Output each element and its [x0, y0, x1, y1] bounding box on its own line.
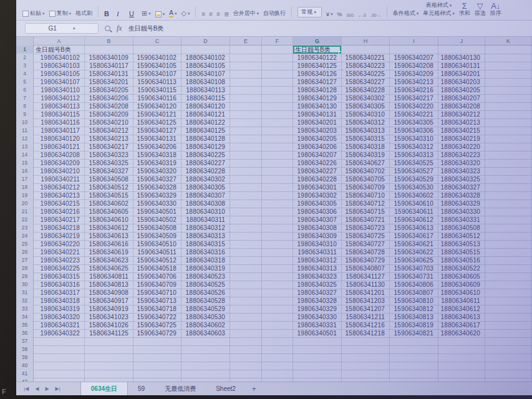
cell[interactable]: 19806340212	[34, 183, 85, 192]
cell[interactable]: 18806340120	[181, 102, 230, 111]
cell-name-box[interactable]: G1▾	[25, 23, 99, 34]
cell[interactable]: 18806340529	[181, 305, 230, 314]
cell[interactable]: 15806340315	[342, 135, 390, 143]
cell[interactable]	[230, 345, 262, 354]
cell[interactable]: 15806340619	[85, 248, 133, 257]
cell[interactable]: 15906340709	[133, 281, 181, 289]
cell[interactable]: 18806340316	[181, 248, 230, 257]
formula-input[interactable]: 生日靓号B类	[128, 24, 164, 33]
cell[interactable]: 18806340526	[181, 289, 230, 297]
sort-button[interactable]: A↓排序	[490, 2, 501, 17]
cell[interactable]: 15906340729	[133, 329, 181, 338]
cell[interactable]: 18806340512	[438, 232, 485, 241]
cell[interactable]: 15906340305	[390, 118, 438, 127]
cell[interactable]	[262, 183, 293, 192]
cell[interactable]	[34, 345, 85, 354]
cell[interactable]: 18806340203	[438, 78, 485, 87]
row-number-cell[interactable]: 13	[16, 143, 34, 151]
cell[interactable]: 19806340120	[34, 135, 85, 143]
cell[interactable]	[438, 353, 485, 362]
cell[interactable]	[230, 175, 262, 184]
cell[interactable]	[230, 127, 262, 135]
row-number-cell[interactable]: 11	[16, 127, 34, 135]
cell[interactable]	[485, 151, 532, 160]
cell[interactable]	[485, 175, 532, 184]
cell[interactable]: 18806340609	[438, 281, 485, 289]
cell[interactable]	[230, 281, 262, 289]
row-number-cell[interactable]: 39	[16, 353, 34, 362]
cell[interactable]: 15906340318	[133, 151, 181, 160]
cell[interactable]	[262, 62, 293, 70]
cell[interactable]	[485, 70, 532, 79]
cell[interactable]	[262, 289, 293, 297]
cell[interactable]	[438, 378, 485, 382]
cell[interactable]: 15906340213	[390, 78, 438, 87]
cell[interactable]: 15806340131	[85, 70, 133, 79]
cell[interactable]: 15806340705	[342, 175, 390, 184]
cell[interactable]: 15906340216	[390, 86, 438, 95]
cell[interactable]: 18806340613	[438, 313, 485, 322]
cell[interactable]	[293, 353, 342, 362]
cell[interactable]: 18806340617	[438, 321, 485, 330]
cell[interactable]: 15806340325	[85, 159, 133, 168]
cell[interactable]: 15806340725	[342, 232, 390, 241]
cell[interactable]: 19806340218	[34, 224, 85, 233]
paste-button[interactable]: 粘贴▾	[22, 9, 45, 17]
cell[interactable]: 18806340330	[438, 208, 485, 216]
cell[interactable]: 15806340310	[342, 110, 390, 119]
cell[interactable]	[230, 46, 262, 54]
cell[interactable]: 15906340613	[390, 224, 438, 233]
cell[interactable]: 15906340812	[390, 305, 438, 314]
cell[interactable]	[485, 102, 532, 111]
cell[interactable]: 18806340522	[438, 264, 485, 273]
add-sheet-button[interactable]: +	[247, 385, 261, 393]
cell[interactable]: 19806340130	[293, 102, 342, 111]
cell[interactable]: 18806340201	[438, 70, 485, 79]
cell[interactable]: 19806340327	[293, 289, 342, 297]
row-number-cell[interactable]: 22	[16, 216, 34, 224]
cell[interactable]: 19806340312	[293, 256, 342, 265]
cell[interactable]	[485, 337, 532, 346]
cell[interactable]	[485, 110, 532, 119]
cell[interactable]: 15906340208	[390, 62, 438, 70]
cell[interactable]	[230, 86, 262, 95]
cell[interactable]: 15906340512	[133, 256, 181, 265]
cell[interactable]: 18806340603	[181, 329, 230, 338]
cell[interactable]	[485, 305, 532, 314]
row-number-cell[interactable]: 38	[16, 345, 34, 354]
align-left-button[interactable]: ≡	[201, 11, 205, 17]
row-number-cell[interactable]: 19	[16, 191, 34, 200]
conditional-format-button[interactable]: 条件格式▾	[393, 9, 419, 17]
cell[interactable]: 19806340328	[293, 297, 342, 305]
cell[interactable]: 15806340709	[342, 183, 390, 192]
cell[interactable]: 15906340612	[390, 216, 438, 224]
cell[interactable]: 15806340109	[85, 54, 133, 62]
cell[interactable]: 19806340105	[34, 70, 85, 79]
row-number-cell[interactable]: 34	[16, 313, 34, 322]
row-number-cell[interactable]: 7	[16, 94, 34, 103]
row-number-cell[interactable]: 41	[16, 370, 34, 378]
cell[interactable]	[485, 378, 532, 382]
cell[interactable]	[262, 378, 293, 382]
cell[interactable]	[485, 54, 532, 62]
cell[interactable]: 18806340213	[438, 118, 485, 127]
cell[interactable]	[390, 337, 438, 346]
cell[interactable]	[230, 216, 262, 224]
cell[interactable]: 15906340813	[390, 313, 438, 322]
cell[interactable]	[230, 135, 262, 143]
cell[interactable]	[85, 46, 133, 54]
cell[interactable]: 15806340217	[85, 143, 133, 151]
cell[interactable]: 15906340725	[133, 321, 181, 330]
cell[interactable]: 15806340313	[342, 127, 390, 135]
cell[interactable]	[485, 46, 532, 54]
cell[interactable]	[85, 370, 133, 378]
row-number-cell[interactable]: 15	[16, 159, 34, 168]
cell[interactable]	[85, 378, 133, 382]
cell[interactable]: 18806340612	[438, 305, 485, 314]
cell[interactable]	[133, 337, 181, 346]
cell[interactable]	[262, 110, 293, 119]
cell[interactable]: 19806340329	[293, 305, 342, 314]
cell[interactable]: 19806340113	[34, 102, 85, 111]
cell[interactable]: 19806340215	[34, 200, 85, 208]
cell[interactable]	[485, 240, 532, 249]
